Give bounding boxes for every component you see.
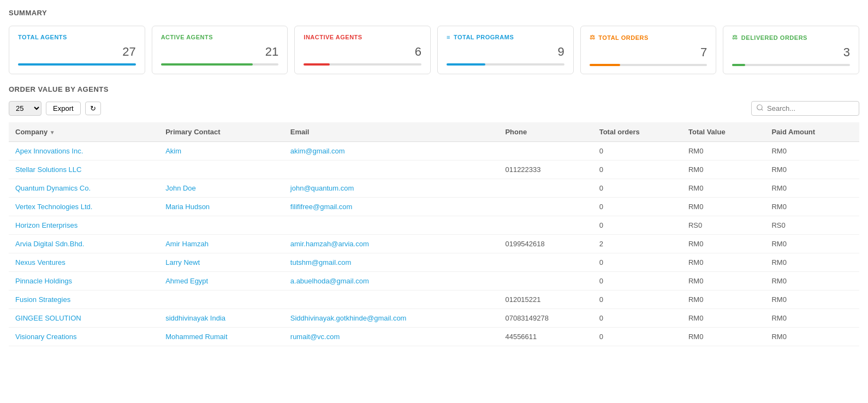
- cell-phone-1: 011222333: [498, 161, 592, 179]
- cell-email-1: [284, 161, 499, 179]
- cell-contact-3: Maria Hudson: [159, 198, 284, 216]
- card-bar-total-agents: [18, 63, 136, 66]
- card-value-inactive-agents: 6: [304, 45, 421, 59]
- company-link-9[interactable]: GINGEE SOLUTION: [15, 314, 81, 322]
- contact-link-3[interactable]: Maria Hudson: [165, 203, 210, 211]
- card-bar-inactive-agents: [304, 63, 421, 66]
- cell-company-8: Fusion Strategies: [9, 291, 159, 309]
- company-link-10[interactable]: Visionary Creations: [15, 333, 76, 341]
- company-link-5[interactable]: Arvia Digital Sdn.Bhd.: [15, 240, 84, 248]
- cell-phone-8: 012015221: [498, 291, 592, 309]
- company-link-3[interactable]: Vertex Technologies Ltd.: [15, 203, 92, 211]
- cell-email-5: amir.hamzah@arvia.com: [284, 235, 499, 253]
- card-value-total-agents: 27: [18, 45, 136, 59]
- card-inactive-agents: INACTIVE AGENTS 6: [294, 26, 431, 74]
- cell-email-9: Siddhivinayak.gotkhinde@gmail.com: [284, 309, 499, 328]
- contact-link-5[interactable]: Amir Hamzah: [165, 240, 209, 248]
- table-row: Arvia Digital Sdn.Bhd. Amir Hamzah amir.…: [9, 235, 859, 253]
- col-phone: Phone: [498, 122, 592, 142]
- cell-phone-2: [498, 179, 592, 198]
- cell-contact-2: John Doe: [159, 179, 284, 198]
- cell-email-4: [284, 216, 499, 235]
- cell-total-value-4: RS0: [682, 216, 765, 235]
- cell-contact-6: Larry Newt: [159, 253, 284, 272]
- card-value-total-orders: 7: [590, 45, 708, 60]
- cell-phone-7: [498, 272, 592, 291]
- cell-total-orders-6: 0: [593, 253, 682, 272]
- cell-phone-6: [498, 253, 592, 272]
- table-row: Vertex Technologies Ltd. Maria Hudson fi…: [9, 198, 859, 216]
- cell-total-value-2: RM0: [682, 179, 765, 198]
- company-link-2[interactable]: Quantum Dynamics Co.: [15, 184, 91, 192]
- card-total-programs: ≡ TOTAL PROGRAMS 9: [437, 26, 574, 74]
- col-paid-amount: Paid Amount: [765, 122, 859, 142]
- refresh-button[interactable]: ↻: [85, 102, 101, 115]
- table-row: Pinnacle Holdings Ahmed Egypt a.abuelhod…: [9, 272, 859, 291]
- cell-contact-10: Mohammed Rumait: [159, 328, 284, 346]
- cell-total-orders-9: 0: [593, 309, 682, 328]
- section-title: ORDER VALUE BY AGENTS: [9, 85, 859, 93]
- search-wrapper: [751, 101, 859, 116]
- cell-company-7: Pinnacle Holdings: [9, 272, 159, 291]
- col-company[interactable]: Company ▼: [9, 122, 159, 142]
- contact-link-6[interactable]: Larry Newt: [165, 258, 200, 266]
- card-bar-fill-delivered-orders: [732, 64, 745, 66]
- table-header: Company ▼ Primary Contact Email Phone To…: [9, 122, 859, 142]
- email-link-5[interactable]: amir.hamzah@arvia.com: [290, 240, 369, 248]
- email-link-9[interactable]: Siddhivinayak.gotkhinde@gmail.com: [290, 314, 407, 322]
- contact-link-7[interactable]: Ahmed Egypt: [165, 277, 208, 285]
- company-link-4[interactable]: Horizon Enterprises: [15, 221, 78, 229]
- cell-phone-0: [498, 142, 592, 161]
- company-link-0[interactable]: Apex Innovations Inc.: [15, 147, 83, 155]
- cell-company-3: Vertex Technologies Ltd.: [9, 198, 159, 216]
- company-link-6[interactable]: Nexus Ventures: [15, 258, 66, 266]
- card-bar-fill-total-orders: [590, 64, 620, 66]
- sort-icon: ▼: [50, 129, 55, 135]
- export-button[interactable]: Export: [46, 102, 81, 115]
- cell-paid-amount-2: RM0: [765, 179, 859, 198]
- company-link-7[interactable]: Pinnacle Holdings: [15, 277, 72, 285]
- card-icon-total-programs: ≡: [447, 34, 450, 40]
- per-page-select[interactable]: 25 50 100: [9, 101, 41, 116]
- email-link-10[interactable]: rumait@vc.com: [290, 333, 340, 341]
- cell-total-value-0: RM0: [682, 142, 765, 161]
- cell-paid-amount-8: RM0: [765, 291, 859, 309]
- card-delivered-orders: ⚖ DELIVERED ORDERS 3: [723, 26, 859, 74]
- contact-link-10[interactable]: Mohammed Rumait: [165, 333, 227, 341]
- email-link-3[interactable]: filififree@gmail.com: [290, 203, 353, 211]
- cell-company-5: Arvia Digital Sdn.Bhd.: [9, 235, 159, 253]
- cell-email-0: akim@gmail.com: [284, 142, 499, 161]
- cell-total-value-8: RM0: [682, 291, 765, 309]
- cell-contact-8: [159, 291, 284, 309]
- cell-total-value-5: RM0: [682, 235, 765, 253]
- email-link-7[interactable]: a.abuelhoda@gmail.com: [290, 277, 369, 285]
- cell-phone-10: 44556611: [498, 328, 592, 346]
- table-row: GINGEE SOLUTION siddhivinayak India Sidd…: [9, 309, 859, 328]
- cell-total-orders-2: 0: [593, 179, 682, 198]
- cell-total-orders-8: 0: [593, 291, 682, 309]
- toolbar: 25 50 100 Export ↻: [9, 101, 859, 116]
- table-row: Apex Innovations Inc. Akim akim@gmail.co…: [9, 142, 859, 161]
- email-link-6[interactable]: tutshm@gmail.com: [290, 258, 351, 266]
- cell-company-0: Apex Innovations Inc.: [9, 142, 159, 161]
- cell-email-10: rumait@vc.com: [284, 328, 499, 346]
- cell-total-value-10: RM0: [682, 328, 765, 346]
- card-total-agents: TOTAL AGENTS 27: [9, 26, 145, 74]
- email-link-2[interactable]: john@quantum.com: [290, 184, 354, 192]
- company-link-8[interactable]: Fusion Strategies: [15, 295, 70, 304]
- search-input[interactable]: [767, 104, 854, 112]
- contact-link-0[interactable]: Akim: [165, 147, 181, 155]
- cell-paid-amount-9: RM0: [765, 309, 859, 328]
- cell-company-1: Stellar Solutions LLC: [9, 161, 159, 179]
- cell-total-orders-3: 0: [593, 198, 682, 216]
- cell-phone-4: [498, 216, 592, 235]
- contact-link-2[interactable]: John Doe: [165, 184, 196, 192]
- contact-link-9[interactable]: siddhivinayak India: [165, 314, 225, 322]
- company-link-1[interactable]: Stellar Solutions LLC: [15, 165, 81, 174]
- page-title: SUMMARY: [9, 9, 859, 17]
- card-active-agents: ACTIVE AGENTS 21: [152, 26, 288, 74]
- cell-total-orders-7: 0: [593, 272, 682, 291]
- cell-total-value-9: RM0: [682, 309, 765, 328]
- card-total-orders: ⚖ TOTAL ORDERS 7: [580, 26, 717, 74]
- email-link-0[interactable]: akim@gmail.com: [290, 147, 345, 155]
